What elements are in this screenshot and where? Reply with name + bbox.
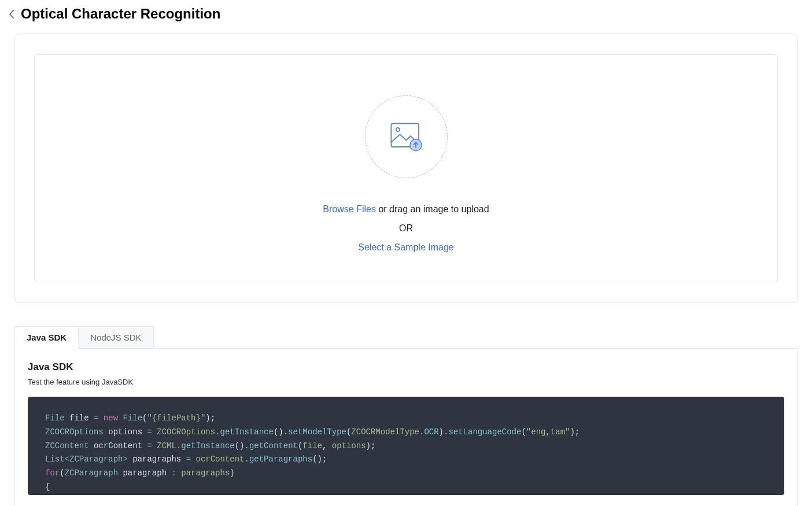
upload-panel: Browse Files or drag an image to upload …	[14, 34, 798, 303]
code-line-3: ZCContent ocrContent = ZCML.getInstance(…	[45, 439, 767, 453]
page-title: Optical Character Recognition	[21, 6, 220, 22]
dropzone-text: Browse Files or drag an image to upload	[323, 204, 489, 215]
sample-image-link[interactable]: Select a Sample Image	[358, 242, 453, 253]
drag-suffix: or drag an image to upload	[376, 204, 489, 214]
svg-point-1	[396, 127, 399, 131]
sdk-tabs: Java SDK NodeJS SDK	[14, 326, 798, 349]
browse-files-link[interactable]: Browse Files	[323, 204, 376, 214]
image-upload-icon	[390, 123, 422, 152]
sdk-title: Java SDK	[28, 361, 784, 373]
code-line-7: List<ZCLine> paraLines = paragraph.lines…	[45, 494, 767, 495]
code-line-5: for(ZCParagraph paragraph : paragraphs)	[45, 467, 767, 481]
code-line-2: ZCOCROptions options = ZCOCROptions.getI…	[45, 426, 767, 439]
tab-content: Java SDK Test the feature using JavaSDK …	[14, 348, 798, 506]
code-line-6: {	[45, 481, 767, 494]
sdk-desc: Test the feature using JavaSDK	[28, 378, 784, 386]
or-divider: OR	[399, 223, 413, 234]
tab-nodejs-sdk[interactable]: NodeJS SDK	[79, 326, 153, 349]
code-line-4: List<ZCParagraph> paragraphs = ocrConten…	[45, 453, 767, 467]
code-line-1: File file = new File("{filePath}");	[45, 412, 767, 426]
code-block: File file = new File("{filePath}"); ZCOC…	[28, 397, 784, 495]
back-icon[interactable]	[6, 9, 16, 19]
dropzone[interactable]: Browse Files or drag an image to upload …	[34, 54, 778, 282]
upload-circle	[365, 95, 448, 178]
tab-java-sdk[interactable]: Java SDK	[14, 326, 79, 349]
